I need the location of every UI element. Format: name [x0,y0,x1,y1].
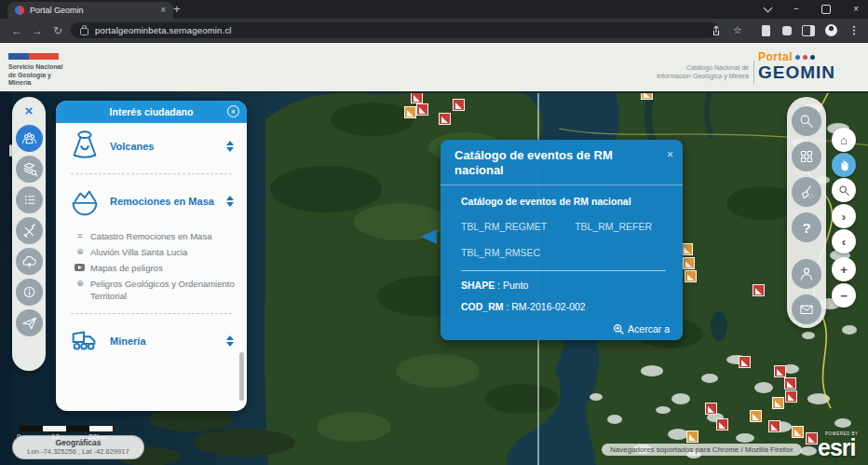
home-extent-button[interactable]: ⌂ [832,128,856,152]
send-feedback-button[interactable] [16,309,43,336]
identify-tool-button[interactable] [832,178,856,202]
reorder-arrows[interactable] [226,141,234,152]
zoom-to-button[interactable]: Acercar a [628,323,670,335]
popup-title: Catálogo de eventos de RM nacional [441,140,683,178]
rm-event-marker[interactable] [453,99,465,111]
coordinate-system-label: Geográficas [13,438,143,447]
rm-event-marker[interactable] [685,270,697,282]
group-label: Minería [104,335,226,348]
tools-button[interactable] [16,217,43,244]
right-toolbar: ? [787,97,826,328]
new-tab-button[interactable]: + [173,3,181,16]
panel-scrollbar[interactable] [239,352,244,401]
window-minimize-button[interactable]: − [793,5,799,14]
brand-geomin-text: GEOMIN [758,63,859,82]
rm-event-marker[interactable] [416,103,428,116]
url-text: portalgeominbeta.sernageomin.cl [95,25,232,35]
panel-header: Interés ciudadano × [56,101,247,123]
group-mineria[interactable]: Minería [56,318,247,364]
rm-event-marker[interactable] [686,431,698,443]
popup-close-icon[interactable]: × [667,148,673,161]
clear-map-button[interactable] [792,177,821,207]
window-restore-button[interactable] [821,5,831,14]
doc-extension-icon[interactable] [757,19,774,42]
search-button[interactable] [792,106,821,136]
rm-event-marker[interactable] [750,410,762,422]
rm-event-marker[interactable] [439,113,451,125]
layer-item[interactable]: Mapas de peligros [75,262,236,274]
user-account-button[interactable] [792,259,821,289]
group-remociones[interactable]: Remociones en Masa [56,178,247,225]
brand-dot [803,55,807,60]
cloud-upload-button[interactable] [16,248,43,275]
reload-button[interactable]: ↻ [53,19,62,42]
rm-event-marker[interactable] [716,418,728,431]
left-toolbar: × [12,97,46,371]
remociones-sublist: ≡ Catastro Remociones en Masa ⊕ Aluvión … [56,225,247,309]
rm-event-marker[interactable] [753,284,765,296]
basemap-gallery-button[interactable] [792,142,821,171]
zoom-out-button[interactable]: − [832,283,856,308]
volcano-icon [65,129,104,164]
legend-list-button[interactable] [16,186,43,213]
rm-event-marker[interactable] [806,432,818,444]
related-table-link[interactable]: TBL_RM_REGMET [461,221,547,232]
video-icon [75,262,86,271]
header-divider [753,61,754,85]
bookmark-star-icon[interactable]: ☆ [729,19,746,42]
profile-avatar[interactable] [822,19,839,42]
rm-event-marker[interactable] [774,365,786,377]
info-button[interactable] [16,279,43,306]
https-lock-icon [80,28,88,35]
mining-truck-icon [65,323,104,359]
group-volcanes[interactable]: Volcanes [56,123,247,170]
address-bar[interactable]: portalgeominbeta.sernageomin.cl [71,22,719,38]
toolbar-close-icon[interactable]: × [25,103,34,119]
popup-body: Catálogo de eventos de RM nacional TBL_R… [441,185,683,334]
browser-menu-icon[interactable]: ⋮ [846,19,862,42]
share-icon[interactable] [708,19,725,42]
window-close-button[interactable]: × [853,5,859,14]
related-table-link[interactable]: TBL_RM_REFER [575,221,652,232]
browser-tabstrip: Portal Geomin × + − × [0,0,868,19]
layer-item[interactable]: ⊕ Aluvión Villa Santa Lucia [75,246,236,258]
pan-tool-button[interactable] [832,153,856,177]
help-button[interactable]: ? [792,212,821,242]
rm-event-marker[interactable] [705,403,717,415]
rm-event-marker[interactable] [784,377,796,390]
screen: Portal Geomin × + − × ← → ↻ portalgeomin… [0,0,868,465]
scale-bar [19,425,114,432]
forward-button[interactable]: → [32,19,43,42]
rm-event-marker[interactable] [739,356,751,368]
citizen-interest-button[interactable] [16,125,43,152]
group-label: Remociones en Masa [104,196,226,208]
rm-event-marker[interactable] [792,426,804,438]
layer-item[interactable]: ≡ Catastro Remociones en Masa [75,230,236,242]
tab-close-icon[interactable]: × [160,6,166,15]
side-panel-icon[interactable] [800,19,817,42]
selected-event-pointer [421,229,437,244]
divider [71,313,232,314]
popup-footer: Acercar a [441,318,683,340]
next-extent-button[interactable]: › [832,204,856,228]
contact-mail-button[interactable] [792,294,821,324]
portal-geomin-logo[interactable]: Portal GEOMIN [758,50,859,82]
rm-event-marker[interactable] [683,257,695,269]
layer-search-button[interactable] [16,156,43,183]
panel-close-button[interactable]: × [227,105,239,117]
back-button[interactable]: ← [11,19,22,42]
rm-event-marker[interactable] [772,397,784,409]
previous-extent-button[interactable]: ‹ [832,229,856,253]
rm-event-marker[interactable] [404,106,416,118]
zoom-in-button[interactable]: + [832,257,856,281]
rm-event-marker[interactable] [768,420,780,432]
reorder-arrows[interactable] [226,335,234,347]
extensions-puzzle-icon[interactable] [779,19,795,42]
reorder-arrows[interactable] [226,196,234,207]
layer-item[interactable]: ⊕ Peligros Geológicos y Ordenamiento Ter… [75,278,236,302]
window-menu-icon[interactable] [765,7,771,11]
related-table-link[interactable]: TBL_RM_RMSEC [461,247,666,258]
field-shape: SHAPE : Punto [461,280,666,291]
browser-tab[interactable]: Portal Geomin × [7,2,173,19]
rm-event-marker[interactable] [785,390,797,403]
